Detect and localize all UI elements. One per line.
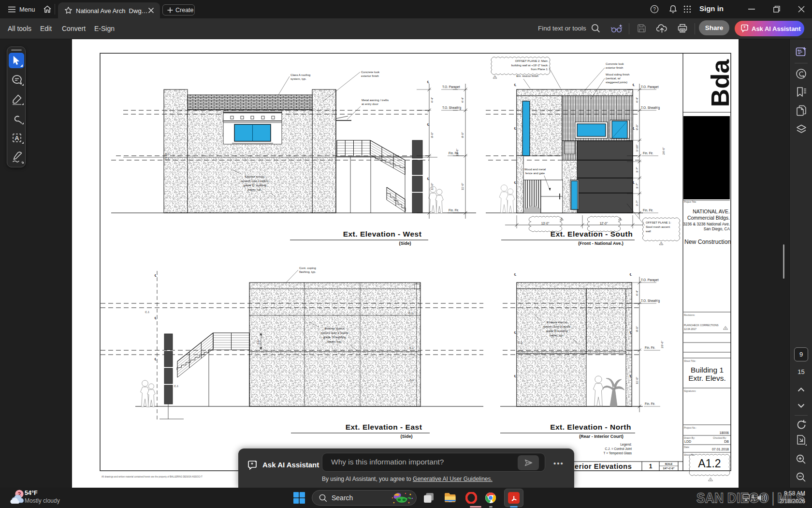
svg-text:℄: ℄ [633, 83, 635, 87]
svg-text:1: 1 [494, 76, 496, 78]
svg-text:LDD: LDD [684, 440, 691, 443]
svg-text:T.O. Sheath'g: T.O. Sheath'g [641, 106, 660, 110]
svg-text:07.01.2018: 07.01.2018 [712, 448, 729, 451]
svg-text:3236 & 3238 National Ave.: 3236 & 3238 National Ave. [683, 222, 730, 226]
svg-text:Fin. Fir.: Fin. Fir. [643, 209, 653, 212]
svg-text:at entry door: at entry door [362, 102, 378, 105]
svg-text:OFFSET PLANE 1:: OFFSET PLANE 1: [646, 221, 671, 224]
svg-text:℄: ℄ [155, 274, 157, 277]
svg-text:1: 1 [649, 463, 652, 470]
svg-text:Exterior stucco: Exterior stucco [547, 320, 567, 324]
svg-text:San Diego, CA: San Diego, CA [704, 227, 730, 231]
svg-text:C.J.: C.J. [165, 153, 170, 156]
svg-text:Fin. Fir.: Fin. Fir. [645, 402, 655, 405]
svg-text:(Rear - Interior Court): (Rear - Interior Court) [579, 434, 624, 439]
svg-text:℄: ℄ [514, 83, 517, 87]
svg-text:4'-4": 4'-4" [636, 290, 638, 296]
svg-text:Exterior stucco: Exterior stucco [245, 175, 265, 178]
svg-text:exterior finish: exterior finish [606, 66, 623, 69]
svg-text:C.J.: C.J. [165, 157, 170, 160]
svg-text:PLANCHECK CORRECTIONS: PLANCHECK CORRECTIONS [684, 324, 719, 327]
svg-text:Cont. coping: Cont. coping [299, 266, 316, 269]
svg-text:T.O. Sheath'g: T.O. Sheath'g [442, 106, 462, 110]
svg-text:3'-7": 3'-7" [636, 167, 638, 173]
svg-text:9'-0": 9'-0" [636, 326, 638, 332]
svg-text:11'-0": 11'-0" [431, 183, 434, 190]
svg-text:grade D building: grade D building [546, 329, 568, 332]
svg-text:system over 2 layers: system over 2 layers [241, 179, 269, 182]
svg-text:Extr. Elevs.: Extr. Elevs. [688, 374, 726, 382]
svg-text:℄: ℄ [427, 123, 430, 126]
svg-text:℄: ℄ [633, 127, 635, 130]
svg-text:Ext. stucco finish: Ext. stucco finish [516, 74, 538, 77]
svg-text:erior Elevations: erior Elevations [575, 463, 632, 470]
svg-text:Concrete look: Concrete look [361, 70, 380, 74]
svg-text:NATIONAL AVE.: NATIONAL AVE. [693, 209, 730, 214]
svg-text:C.J.: C.J. [408, 312, 413, 314]
svg-text:℄: ℄ [514, 331, 517, 334]
svg-text:℄: ℄ [514, 273, 517, 276]
svg-text:3'-6": 3'-6" [257, 339, 260, 344]
svg-text:T = Tempered Glass: T = Tempered Glass [604, 451, 632, 455]
svg-text:11'-0": 11'-0" [636, 377, 638, 384]
svg-text:Metal awning / trellis: Metal awning / trellis [362, 98, 389, 102]
svg-text:?: ? [653, 7, 656, 12]
svg-text:system over 2 layers: system over 2 layers [543, 325, 571, 328]
svg-text:Ext. Elevation - North: Ext. Elevation - North [550, 423, 631, 431]
svg-text:fence and gate: fence and gate [525, 171, 545, 175]
svg-text:℄: ℄ [630, 273, 632, 276]
svg-text:C.J.: C.J. [174, 385, 179, 388]
svg-text:C.J.: C.J. [409, 379, 414, 382]
svg-text:paper, typ.: paper, typ. [550, 333, 564, 337]
svg-text:(Front - National Ave.): (Front - National Ave.) [578, 241, 623, 246]
svg-text:A: A [14, 134, 19, 142]
svg-text:3'-7": 3'-7" [636, 183, 638, 189]
svg-text:Legend:: Legend: [621, 443, 632, 447]
svg-text:All drawings and written mater: All drawings and written material contai… [102, 476, 203, 478]
svg-text:T.O. Parapet: T.O. Parapet [641, 85, 659, 89]
svg-text:26'-6": 26'-6" [661, 341, 664, 348]
svg-text:from Plane 1: from Plane 1 [531, 67, 548, 71]
svg-text:4'-4": 4'-4" [431, 97, 434, 103]
svg-text:Signatures:: Signatures: [684, 389, 696, 392]
svg-text:4'-4": 4'-4" [461, 97, 464, 103]
svg-text:SCALE: SCALE [665, 463, 673, 465]
svg-text:Commercial Bldgs.: Commercial Bldgs. [687, 215, 730, 221]
svg-text:Class A roofing: Class A roofing [290, 73, 311, 76]
svg-text:New Construction: New Construction [684, 239, 731, 245]
svg-text:(Side): (Side) [399, 241, 411, 246]
svg-text:Exterior stucco: Exterior stucco [325, 327, 345, 330]
svg-text:Steel mesh accent: Steel mesh accent [646, 225, 670, 228]
svg-text:℄: ℄ [514, 127, 517, 130]
svg-text:DB: DB [724, 440, 729, 443]
svg-text:C.J. = Control Joint: C.J. = Control Joint [605, 447, 632, 450]
svg-text:Ext. Elevation - East: Ext. Elevation - East [346, 423, 422, 431]
svg-text:9'-0": 9'-0" [431, 132, 434, 138]
svg-text:12'-0": 12'-0" [600, 222, 608, 225]
svg-text:Project No.:: Project No.: [684, 426, 696, 429]
svg-text:grade 'D' building: grade 'D' building [243, 183, 266, 187]
svg-text:3'-10": 3'-10" [636, 144, 638, 151]
svg-text:T.O. Sheath'g: T.O. Sheath'g [641, 299, 660, 303]
svg-text:Ext. Elevation - West: Ext. Elevation - West [343, 230, 422, 238]
svg-text:flashing, typ.: flashing, typ. [299, 270, 316, 273]
svg-text:Checked By:: Checked By: [713, 436, 726, 439]
svg-text:Fin. Fir.: Fin. Fir. [449, 209, 459, 212]
svg-text:℄: ℄ [630, 374, 632, 378]
svg-text:C.J.: C.J. [409, 346, 414, 349]
svg-text:Concrete look: Concrete look [606, 62, 624, 65]
svg-text:Building 1: Building 1 [691, 366, 724, 374]
svg-text:1/4"=1′-0": 1/4"=1′-0" [663, 467, 675, 470]
svg-text:1: 1 [661, 242, 662, 245]
svg-text:Wood and metal: Wood and metal [524, 167, 546, 171]
svg-text:(vertical, w/: (vertical, w/ [606, 76, 621, 80]
svg-text:Revisions:: Revisions: [684, 314, 695, 316]
svg-text:system, typ.: system, typ. [290, 77, 306, 80]
svg-text:Date:: Date: [684, 446, 690, 448]
svg-text:℄: ℄ [155, 358, 157, 361]
svg-text:℄: ℄ [514, 181, 517, 184]
svg-text:Wood siding finish: Wood siding finish [606, 73, 629, 76]
svg-text:(Side): (Side) [400, 434, 412, 439]
svg-text:18006: 18006 [720, 431, 729, 434]
svg-text:C.J.: C.J. [518, 341, 523, 344]
